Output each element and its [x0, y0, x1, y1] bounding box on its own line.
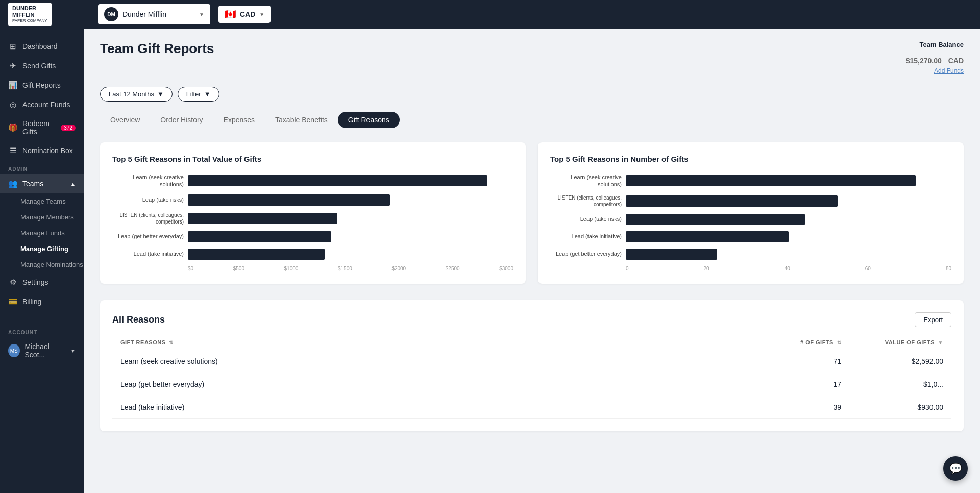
app-layout: ⊞ Dashboard ✈ Send Gifts 📊 Gift Reports …: [0, 29, 980, 493]
sidebar-item-manage-gifting[interactable]: Manage Gifting: [0, 241, 84, 257]
currency-chevron-icon: ▼: [259, 12, 264, 17]
sidebar-item-billing[interactable]: 💳 Billing: [0, 292, 84, 311]
sidebar-item-settings[interactable]: ⚙ Settings: [0, 273, 84, 292]
sidebar-item-manage-members[interactable]: Manage Members: [0, 209, 84, 225]
tab-gift-reasons[interactable]: Gift Reasons: [338, 112, 400, 128]
bar-row: Leap (take risks): [112, 194, 513, 206]
chat-button[interactable]: 💬: [943, 456, 968, 481]
logo-line2: MIFFLIN: [12, 12, 47, 18]
row-reason: Learn (seek creative solutions): [120, 357, 739, 365]
team-balance-box: Team Balance $15,270.00 CAD Add Funds: [904, 41, 964, 75]
bar-row: Lead (take initiative): [112, 249, 513, 260]
bar-row: Leap (take risks): [550, 214, 951, 225]
filter-chevron-icon: ▼: [204, 90, 211, 98]
sidebar-item-manage-funds[interactable]: Manage Funds: [0, 225, 84, 241]
logo-line1: DUNDER: [12, 5, 47, 12]
bar-fill: [188, 249, 325, 260]
filter-label: Filter: [186, 90, 201, 98]
sidebar: ⊞ Dashboard ✈ Send Gifts 📊 Gift Reports …: [0, 29, 84, 493]
sidebar-main-nav: ⊞ Dashboard ✈ Send Gifts 📊 Gift Reports …: [0, 37, 84, 160]
redeem-gifts-icon: 🎁: [8, 123, 17, 132]
tab-taxable-benefits[interactable]: Taxable Benefits: [265, 112, 338, 128]
account-funds-icon: ◎: [8, 100, 17, 109]
flag-icon: 🇨🇦: [225, 9, 236, 20]
sidebar-item-nomination-box[interactable]: ☰ Nomination Box: [0, 141, 84, 160]
dashboard-icon: ⊞: [8, 42, 17, 51]
date-range-filter[interactable]: Last 12 Months ▼: [100, 87, 173, 102]
redeem-gifts-badge: 372: [61, 125, 76, 131]
account-chevron-icon: ▼: [70, 348, 76, 354]
top-nav: DUNDER MIFFLIN PAPER COMPANY DM Dunder M…: [0, 0, 980, 29]
row-value-gifts: $2,592.00: [841, 357, 943, 365]
billing-icon: 💳: [8, 297, 17, 306]
currency-selector[interactable]: 🇨🇦 CAD ▼: [218, 6, 271, 23]
row-num-gifts: 39: [739, 403, 841, 411]
bar-fill: [626, 249, 717, 260]
team-balance-amount: $15,270.00 CAD: [904, 48, 964, 67]
axis-labels-right: 0 20 40 60 80: [550, 266, 951, 272]
row-num-gifts: 71: [739, 357, 841, 365]
col-header-gift-reasons: GIFT REASONS ⇅: [120, 339, 739, 346]
filter-button[interactable]: Filter ▼: [178, 87, 219, 102]
bar-fill: [188, 194, 390, 206]
export-button[interactable]: Export: [915, 312, 951, 327]
sort-icon-value-gifts[interactable]: ▼: [938, 340, 943, 346]
sort-icon-num-gifts[interactable]: ⇅: [837, 340, 842, 346]
sidebar-item-send-gifts[interactable]: ✈ Send Gifts: [0, 56, 84, 76]
sidebar-item-account-user[interactable]: MS Michael Scot... ▼: [0, 337, 84, 364]
row-reason: Lead (take initiative): [120, 403, 739, 411]
tab-overview[interactable]: Overview: [100, 112, 150, 128]
tab-expenses[interactable]: Expenses: [213, 112, 265, 128]
bar-row: Lead (take initiative): [550, 231, 951, 242]
gift-reports-icon: 📊: [8, 81, 17, 90]
sidebar-item-account-funds[interactable]: ◎ Account Funds: [0, 95, 84, 114]
bar-row: Learn (seek creative solutions): [550, 174, 951, 188]
axis-labels-left: $0 $500 $1000 $1500 $2000 $2500 $3000: [112, 266, 513, 272]
sidebar-item-teams[interactable]: 👥 Teams ▲: [0, 174, 84, 193]
settings-icon: ⚙: [8, 278, 17, 287]
section-header: All Reasons Export: [112, 312, 951, 327]
add-funds-link[interactable]: Add Funds: [904, 67, 964, 75]
col-header-value-gifts: VALUE OF GIFTS ▼: [841, 339, 943, 346]
chart-title-total-value: Top 5 Gift Reasons in Total Value of Gif…: [112, 155, 513, 163]
table-row: Learn (seek creative solutions) 71 $2,59…: [112, 350, 951, 373]
sort-icon-gift-reasons[interactable]: ⇅: [169, 340, 174, 346]
all-reasons-section: All Reasons Export GIFT REASONS ⇅ # OF G…: [100, 300, 964, 431]
row-num-gifts: 17: [739, 380, 841, 388]
team-balance-label: Team Balance: [904, 41, 964, 48]
bar-fill: [188, 231, 331, 242]
row-value-gifts: $930.00: [841, 403, 943, 411]
date-range-chevron-icon: ▼: [157, 90, 164, 98]
tab-order-history[interactable]: Order History: [150, 112, 213, 128]
user-avatar: MS: [8, 344, 20, 357]
date-range-label: Last 12 Months: [109, 90, 154, 98]
row-reason: Leap (get better everyday): [120, 380, 739, 388]
filters-row: Last 12 Months ▼ Filter ▼: [100, 87, 964, 102]
bar-row: Leap (get better everyday): [112, 231, 513, 242]
bar-row: LISTEN (clients, colleagues, competitors…: [112, 212, 513, 225]
bar-row: LISTEN (clients, colleagues, competitors…: [550, 194, 951, 208]
teams-icon: 👥: [8, 179, 17, 188]
tabs-row: Overview Order History Expenses Taxable …: [100, 112, 964, 128]
col-header-num-gifts: # OF GIFTS ⇅: [739, 339, 841, 346]
sidebar-item-gift-reports[interactable]: 📊 Gift Reports: [0, 76, 84, 95]
bar-row: Leap (get better everyday): [550, 249, 951, 260]
company-selector[interactable]: DM Dunder Mifflin ▼: [98, 4, 210, 24]
chart-title-num-gifts: Top 5 Gift Reasons in Number of Gifts: [550, 155, 951, 163]
bar-chart-left: Learn (seek creative solutions) Leap (ta…: [112, 174, 513, 272]
sidebar-item-manage-nominations[interactable]: Manage Nominations: [0, 257, 84, 273]
table-row: Leap (get better everyday) 17 $1,0...: [112, 373, 951, 396]
table-row: Lead (take initiative) 39 $930.00: [112, 396, 951, 419]
chart-card-total-value: Top 5 Gift Reasons in Total Value of Gif…: [100, 142, 526, 284]
sidebar-item-redeem-gifts[interactable]: 🎁 Redeem Gifts 372: [0, 114, 84, 141]
company-name: Dunder Mifflin: [122, 10, 166, 18]
logo-area: DUNDER MIFFLIN PAPER COMPANY: [8, 3, 90, 26]
account-section-label: ACCOUNT: [0, 324, 84, 337]
account-user-name: Michael Scot...: [25, 342, 66, 359]
bar-fill: [626, 231, 789, 242]
teams-chevron-icon: ▲: [70, 181, 76, 187]
sidebar-item-manage-teams[interactable]: Manage Teams: [0, 193, 84, 209]
logo: DUNDER MIFFLIN PAPER COMPANY: [8, 3, 52, 26]
sidebar-item-dashboard[interactable]: ⊞ Dashboard: [0, 37, 84, 56]
company-avatar: DM: [104, 7, 118, 21]
